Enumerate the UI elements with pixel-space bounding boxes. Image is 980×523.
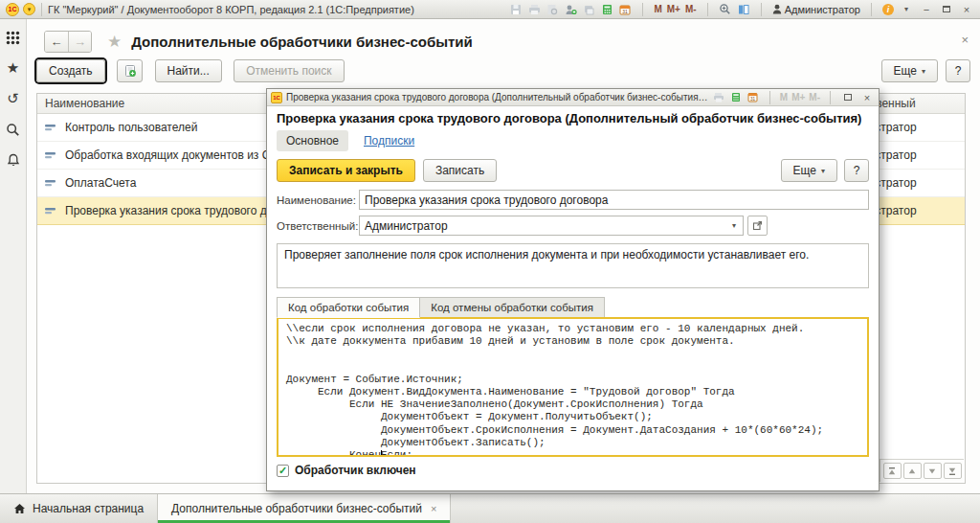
calculator-icon[interactable] xyxy=(600,3,613,16)
restore-icon xyxy=(943,6,950,12)
handler-item-icon xyxy=(45,178,56,188)
dialog-command-bar-right: Еще▾ ? xyxy=(781,159,869,182)
dialog-maximize-button[interactable] xyxy=(840,91,856,104)
page-title: Дополнительные обработчики бизнес-событи… xyxy=(131,34,473,50)
form-close-icon[interactable]: × xyxy=(961,33,969,47)
list-toolbar: Создать Найти... Отменить поиск Еще▾ ? xyxy=(36,59,970,84)
save-icon[interactable] xyxy=(509,3,523,16)
go-last-button[interactable] xyxy=(944,463,962,479)
responsible-input[interactable] xyxy=(360,216,725,235)
app-titlebar: 1С ▾ ГК "Меркурий" / Документооборот 8 К… xyxy=(0,0,980,19)
user-name-label: Администратор xyxy=(785,4,860,15)
send-link-icon[interactable] xyxy=(564,3,577,16)
separator xyxy=(761,3,762,16)
titlebar-chevron-icon[interactable]: ▾ xyxy=(899,3,914,16)
create-by-copy-button[interactable] xyxy=(117,59,143,82)
responsible-combo: ▾ xyxy=(359,216,744,236)
history-icon[interactable]: ↺ xyxy=(5,90,22,107)
tab-cancel-event-code[interactable]: Код отмены обработки события xyxy=(420,297,605,318)
print-preview-icon[interactable] xyxy=(546,3,559,16)
name-field-row: Наименование: xyxy=(277,190,869,210)
window-minimize-button[interactable]: − xyxy=(919,3,934,16)
dialog-close-button[interactable]: × xyxy=(859,91,875,104)
nav-row: ← → ★ Дополнительные обработчики бизнес-… xyxy=(44,31,473,53)
dialog-calendar-icon[interactable]: 31 xyxy=(746,91,760,104)
dialog-calculator-icon[interactable] xyxy=(729,91,743,104)
handler-item-icon xyxy=(45,206,56,216)
window-close-button[interactable]: × xyxy=(959,3,974,16)
separator xyxy=(871,3,872,16)
dialog-memory-mminus-button[interactable]: M- xyxy=(809,92,820,102)
memory-mplus-button[interactable]: M+ xyxy=(667,4,680,14)
memory-mminus-button[interactable]: M- xyxy=(685,4,697,14)
help-button[interactable]: ? xyxy=(946,59,970,82)
zoom-icon[interactable] xyxy=(719,3,732,16)
info-icon[interactable]: i xyxy=(882,4,894,15)
list-toolbar-right: Еще▾ ? xyxy=(881,59,970,82)
svg-text:31: 31 xyxy=(623,9,629,14)
calendar-icon[interactable]: 31 xyxy=(618,3,632,16)
memory-m-button[interactable]: M xyxy=(654,4,661,14)
handler-enabled-row: ✓ Обработчик включен xyxy=(277,464,869,477)
dialog-help-button[interactable]: ? xyxy=(844,159,869,182)
cancel-search-button[interactable]: Отменить поиск xyxy=(234,59,344,82)
row-name: ОплатаСчета xyxy=(65,176,136,190)
forward-button[interactable]: → xyxy=(68,32,91,52)
name-input[interactable] xyxy=(359,190,869,210)
dialog-heading: Проверка указания срока трудового догово… xyxy=(277,111,869,125)
find-button[interactable]: Найти... xyxy=(155,59,222,82)
home-icon xyxy=(13,503,26,514)
dialog-app-logo-icon: 1С xyxy=(271,92,282,103)
save-and-close-button[interactable]: Записать и закрыть xyxy=(277,159,415,182)
tab-event-code[interactable]: Код обработки события xyxy=(277,297,420,318)
chevron-down-icon: ▾ xyxy=(821,167,825,175)
back-button[interactable]: ← xyxy=(45,32,68,52)
notifications-bell-icon[interactable] xyxy=(5,151,22,169)
search-icon[interactable] xyxy=(5,121,22,138)
code-editor[interactable]: \\если срок исполнения договора не указа… xyxy=(277,317,869,457)
dialog-titlebar-icons: 31 M M+ M- × xyxy=(712,91,875,104)
create-button[interactable]: Создать xyxy=(36,59,105,82)
file-print-icon[interactable] xyxy=(582,3,595,16)
go-down-button[interactable] xyxy=(924,463,942,479)
tab-main[interactable]: Основное xyxy=(277,130,348,151)
dialog-window: 1С Проверка указания срока трудового дог… xyxy=(266,88,880,491)
add-favorite-star-icon[interactable]: ★ xyxy=(107,32,122,52)
menu-grid-icon[interactable] xyxy=(5,29,22,46)
row-name: Контроль пользователей xyxy=(65,121,197,134)
tab-label: Начальная страница xyxy=(33,502,144,515)
dialog-print-preview-icon[interactable] xyxy=(712,91,725,104)
print-icon[interactable] xyxy=(527,3,541,16)
code-tabs: Код обработки события Код отмены обработ… xyxy=(277,297,869,318)
main-menu-dropdown-icon[interactable]: ▾ xyxy=(23,3,35,15)
history-nav-group: ← → xyxy=(44,31,92,53)
handler-item-icon xyxy=(45,123,56,132)
handler-item-icon xyxy=(45,150,56,160)
open-responsible-button[interactable] xyxy=(747,216,768,236)
dialog-titlebar[interactable]: 1С Проверка указания срока трудового дог… xyxy=(267,89,879,106)
dialog-memory-m-button[interactable]: M xyxy=(780,92,788,102)
current-user[interactable]: Администратор xyxy=(772,4,860,15)
tab-home-page[interactable]: Начальная страница xyxy=(0,494,158,523)
go-up-button[interactable] xyxy=(903,463,922,479)
description-box[interactable]: Проверяет заполнение поля срок исполнени… xyxy=(277,243,869,288)
column-header-name[interactable]: Наименование xyxy=(37,97,124,110)
handler-enabled-checkbox[interactable]: ✓ xyxy=(277,465,289,477)
more-button[interactable]: Еще▾ xyxy=(881,59,938,82)
screen: 1С ▾ ГК "Меркурий" / Документооборот 8 К… xyxy=(0,0,980,523)
code-text[interactable]: \\если срок исполнения договора не указа… xyxy=(278,319,867,457)
tab-close-icon[interactable]: × xyxy=(431,503,436,514)
responsible-field-row: Ответственный: ▾ xyxy=(277,216,869,236)
dialog-more-button[interactable]: Еще▾ xyxy=(781,159,837,182)
go-first-button[interactable] xyxy=(883,463,902,479)
favorites-star-icon[interactable]: ★ xyxy=(5,59,22,77)
dialog-memory-mplus-button[interactable]: M+ xyxy=(791,92,805,102)
maximize-icon xyxy=(844,94,852,101)
name-field-label: Наименование: xyxy=(277,194,359,206)
tab-additional-handlers[interactable]: Дополнительные обработчики бизнес-событи… xyxy=(158,494,451,523)
combo-dropdown-icon[interactable]: ▾ xyxy=(725,216,743,235)
window-restore-button[interactable] xyxy=(939,3,954,16)
split-view-icon[interactable] xyxy=(737,3,750,16)
tab-subscriptions[interactable]: Подписки xyxy=(364,134,414,148)
save-button[interactable]: Записать xyxy=(423,159,497,182)
